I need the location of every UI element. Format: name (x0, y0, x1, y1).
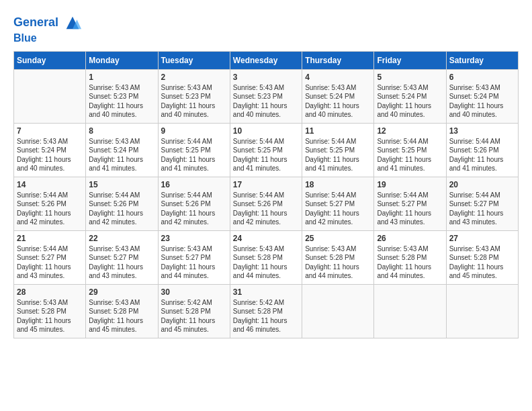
day-number: 28 (17, 287, 83, 297)
weekday-header: Monday (86, 51, 158, 69)
calendar-cell: 28Sunrise: 5:43 AM Sunset: 5:28 PM Dayli… (14, 284, 86, 338)
logo-text: General (13, 13, 82, 32)
day-number: 20 (449, 180, 515, 189)
calendar-cell: 25Sunrise: 5:43 AM Sunset: 5:28 PM Dayli… (302, 230, 374, 284)
day-info: Sunrise: 5:43 AM Sunset: 5:24 PM Dayligh… (449, 83, 515, 120)
day-number: 23 (161, 234, 227, 243)
logo-subtext: Blue (13, 32, 82, 44)
calendar-cell: 31Sunrise: 5:42 AM Sunset: 5:28 PM Dayli… (230, 284, 302, 338)
calendar-week-row: 7Sunrise: 5:43 AM Sunset: 5:24 PM Daylig… (14, 123, 519, 177)
calendar-cell: 5Sunrise: 5:43 AM Sunset: 5:24 PM Daylig… (374, 69, 446, 123)
calendar-cell: 20Sunrise: 5:44 AM Sunset: 5:27 PM Dayli… (446, 177, 518, 230)
day-info: Sunrise: 5:44 AM Sunset: 5:27 PM Dayligh… (377, 191, 443, 227)
day-number: 10 (233, 126, 299, 136)
calendar-cell: 15Sunrise: 5:44 AM Sunset: 5:26 PM Dayli… (86, 177, 158, 230)
weekday-header: Saturday (446, 51, 518, 69)
day-info: Sunrise: 5:43 AM Sunset: 5:28 PM Dayligh… (17, 298, 83, 334)
day-number: 8 (89, 126, 154, 136)
calendar-cell: 10Sunrise: 5:44 AM Sunset: 5:25 PM Dayli… (230, 123, 302, 177)
day-info: Sunrise: 5:43 AM Sunset: 5:24 PM Dayligh… (17, 137, 83, 173)
weekday-header: Wednesday (230, 51, 302, 69)
calendar-cell: 27Sunrise: 5:43 AM Sunset: 5:28 PM Dayli… (446, 230, 518, 284)
day-number: 31 (233, 287, 299, 297)
day-number: 7 (17, 126, 83, 136)
day-info: Sunrise: 5:44 AM Sunset: 5:26 PM Dayligh… (449, 137, 515, 173)
day-info: Sunrise: 5:43 AM Sunset: 5:28 PM Dayligh… (233, 244, 299, 281)
day-info: Sunrise: 5:43 AM Sunset: 5:24 PM Dayligh… (305, 83, 371, 120)
calendar-week-row: 14Sunrise: 5:44 AM Sunset: 5:26 PM Dayli… (14, 177, 519, 230)
day-info: Sunrise: 5:44 AM Sunset: 5:27 PM Dayligh… (17, 244, 83, 281)
calendar-cell: 30Sunrise: 5:42 AM Sunset: 5:28 PM Dayli… (158, 284, 230, 338)
day-number: 15 (89, 180, 154, 189)
day-info: Sunrise: 5:42 AM Sunset: 5:28 PM Dayligh… (161, 298, 227, 334)
day-info: Sunrise: 5:43 AM Sunset: 5:24 PM Dayligh… (89, 137, 154, 173)
calendar-week-row: 1Sunrise: 5:43 AM Sunset: 5:23 PM Daylig… (14, 69, 519, 123)
day-number: 6 (449, 73, 515, 82)
calendar-cell: 3Sunrise: 5:43 AM Sunset: 5:23 PM Daylig… (230, 69, 302, 123)
day-info: Sunrise: 5:44 AM Sunset: 5:26 PM Dayligh… (89, 191, 154, 227)
day-info: Sunrise: 5:44 AM Sunset: 5:27 PM Dayligh… (449, 191, 515, 227)
calendar-cell (14, 69, 86, 123)
calendar-cell: 21Sunrise: 5:44 AM Sunset: 5:27 PM Dayli… (14, 230, 86, 284)
calendar-table: SundayMondayTuesdayWednesdayThursdayFrid… (13, 51, 519, 338)
day-number: 17 (233, 180, 299, 189)
day-number: 1 (89, 73, 154, 82)
calendar-cell: 24Sunrise: 5:43 AM Sunset: 5:28 PM Dayli… (230, 230, 302, 284)
calendar-week-row: 28Sunrise: 5:43 AM Sunset: 5:28 PM Dayli… (14, 284, 519, 338)
day-info: Sunrise: 5:43 AM Sunset: 5:28 PM Dayligh… (89, 298, 154, 334)
calendar-cell: 2Sunrise: 5:43 AM Sunset: 5:23 PM Daylig… (158, 69, 230, 123)
day-number: 21 (17, 234, 83, 243)
calendar-cell: 18Sunrise: 5:44 AM Sunset: 5:27 PM Dayli… (302, 177, 374, 230)
day-info: Sunrise: 5:43 AM Sunset: 5:23 PM Dayligh… (89, 83, 154, 120)
day-number: 3 (233, 73, 299, 82)
weekday-header: Sunday (14, 51, 86, 69)
day-number: 25 (305, 234, 371, 243)
day-info: Sunrise: 5:44 AM Sunset: 5:25 PM Dayligh… (305, 137, 371, 173)
day-info: Sunrise: 5:42 AM Sunset: 5:28 PM Dayligh… (233, 298, 299, 334)
day-number: 9 (161, 126, 227, 136)
calendar-cell: 1Sunrise: 5:43 AM Sunset: 5:23 PM Daylig… (86, 69, 158, 123)
calendar-cell: 22Sunrise: 5:43 AM Sunset: 5:27 PM Dayli… (86, 230, 158, 284)
calendar-cell: 23Sunrise: 5:43 AM Sunset: 5:27 PM Dayli… (158, 230, 230, 284)
day-info: Sunrise: 5:43 AM Sunset: 5:28 PM Dayligh… (377, 244, 443, 281)
day-info: Sunrise: 5:44 AM Sunset: 5:25 PM Dayligh… (233, 137, 299, 173)
day-info: Sunrise: 5:43 AM Sunset: 5:27 PM Dayligh… (161, 244, 227, 281)
calendar-cell: 12Sunrise: 5:44 AM Sunset: 5:25 PM Dayli… (374, 123, 446, 177)
calendar-cell: 8Sunrise: 5:43 AM Sunset: 5:24 PM Daylig… (86, 123, 158, 177)
day-number: 12 (377, 126, 443, 136)
calendar-week-row: 21Sunrise: 5:44 AM Sunset: 5:27 PM Dayli… (14, 230, 519, 284)
day-info: Sunrise: 5:43 AM Sunset: 5:23 PM Dayligh… (233, 83, 299, 120)
day-number: 24 (233, 234, 299, 243)
calendar-cell: 26Sunrise: 5:43 AM Sunset: 5:28 PM Dayli… (374, 230, 446, 284)
logo-icon (63, 13, 82, 32)
day-number: 26 (377, 234, 443, 243)
day-info: Sunrise: 5:44 AM Sunset: 5:25 PM Dayligh… (377, 137, 443, 173)
calendar-cell: 6Sunrise: 5:43 AM Sunset: 5:24 PM Daylig… (446, 69, 518, 123)
day-number: 2 (161, 73, 227, 82)
day-number: 11 (305, 126, 371, 136)
calendar-cell: 4Sunrise: 5:43 AM Sunset: 5:24 PM Daylig… (302, 69, 374, 123)
calendar-cell: 29Sunrise: 5:43 AM Sunset: 5:28 PM Dayli… (86, 284, 158, 338)
day-info: Sunrise: 5:44 AM Sunset: 5:26 PM Dayligh… (161, 191, 227, 227)
calendar-body: 1Sunrise: 5:43 AM Sunset: 5:23 PM Daylig… (14, 69, 519, 338)
weekday-header: Tuesday (158, 51, 230, 69)
day-number: 30 (161, 287, 227, 297)
logo: General Blue (13, 13, 82, 44)
day-info: Sunrise: 5:44 AM Sunset: 5:26 PM Dayligh… (233, 191, 299, 227)
day-info: Sunrise: 5:43 AM Sunset: 5:27 PM Dayligh… (89, 244, 154, 281)
day-info: Sunrise: 5:44 AM Sunset: 5:27 PM Dayligh… (305, 191, 371, 227)
day-number: 4 (305, 73, 371, 82)
calendar-cell: 14Sunrise: 5:44 AM Sunset: 5:26 PM Dayli… (14, 177, 86, 230)
calendar-cell: 16Sunrise: 5:44 AM Sunset: 5:26 PM Dayli… (158, 177, 230, 230)
weekday-header: Thursday (302, 51, 374, 69)
calendar-cell: 19Sunrise: 5:44 AM Sunset: 5:27 PM Dayli… (374, 177, 446, 230)
day-info: Sunrise: 5:43 AM Sunset: 5:28 PM Dayligh… (305, 244, 371, 281)
weekday-header: Friday (374, 51, 446, 69)
calendar-cell: 13Sunrise: 5:44 AM Sunset: 5:26 PM Dayli… (446, 123, 518, 177)
day-number: 27 (449, 234, 515, 243)
day-number: 5 (377, 73, 443, 82)
calendar-cell: 9Sunrise: 5:44 AM Sunset: 5:25 PM Daylig… (158, 123, 230, 177)
day-number: 29 (89, 287, 154, 297)
day-number: 16 (161, 180, 227, 189)
day-info: Sunrise: 5:44 AM Sunset: 5:26 PM Dayligh… (17, 191, 83, 227)
